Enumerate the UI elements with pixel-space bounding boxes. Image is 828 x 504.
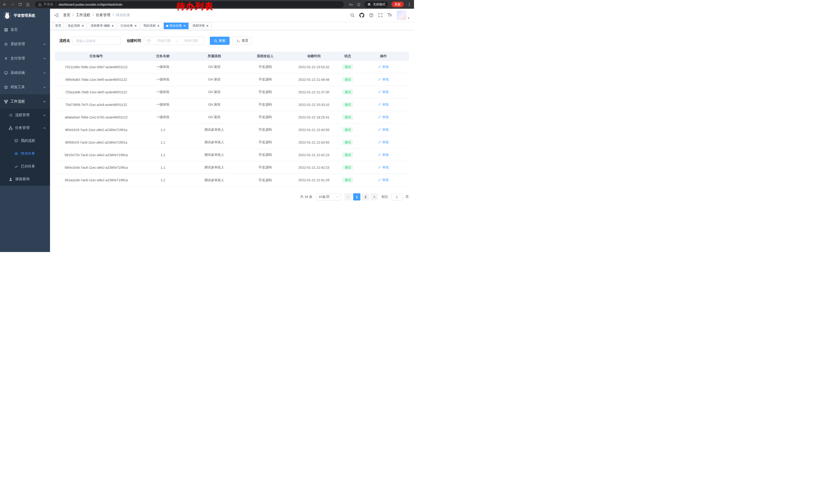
starter-text: 芋道源码 <box>258 140 272 144</box>
sidebar-item-infrastructure[interactable]: 基础设施 <box>0 65 50 80</box>
sidebar-item-system-mgmt[interactable]: 系统管理 <box>0 37 50 51</box>
refresh-icon[interactable] <box>18 2 22 7</box>
close-tab-icon[interactable] <box>183 25 186 27</box>
navbar: 首页 工作流程 任务管理 待办任务 <box>50 9 414 21</box>
tab-my-process[interactable]: 我的流程 <box>141 22 162 29</box>
table-row[interactable]: 725a1eb6-7b88-11ec-8ef0-acde48001122 一级审… <box>55 86 409 98</box>
user-menu[interactable] <box>397 10 410 20</box>
bookmark-star-icon[interactable] <box>357 2 361 7</box>
date-range-picker[interactable]: 开始日期 - 结束日期 <box>144 37 205 45</box>
status-badge: 激活 <box>342 114 353 120</box>
breadcrumb-home[interactable]: 首页 <box>63 13 76 17</box>
process-text: 测试多审批人 <box>204 140 224 144</box>
table-row[interactable]: 069c6a63-7b8a-11ec-8ef0-acde48001122 一级审… <box>55 73 409 86</box>
prev-page-button[interactable] <box>344 193 352 200</box>
breadcrumb-workflow[interactable]: 工作流程 <box>76 13 96 17</box>
password-key-icon[interactable] <box>349 2 353 7</box>
tab-process-detail[interactable]: 流程详情 <box>190 22 211 29</box>
task-name-text: 1.1 <box>161 166 165 170</box>
table-row[interactable]: 580e1b3d-7ac8-11ec-a9e2-a2380e71991a 1.1… <box>55 161 409 174</box>
security-label[interactable]: 不安全 <box>44 2 53 7</box>
goto-page-input[interactable] <box>391 193 403 200</box>
close-tab-icon[interactable] <box>206 25 209 27</box>
approve-link[interactable]: 审批 <box>378 178 389 182</box>
sidebar-item-workflow[interactable]: 工作流程 <box>0 94 50 109</box>
status-badge: 激活 <box>342 89 353 95</box>
github-icon[interactable] <box>359 13 364 18</box>
cell-action: 审批 <box>358 102 409 107</box>
sidebar-item-process-mgmt[interactable]: 流程管理 <box>0 109 50 122</box>
update-button[interactable]: 更新 <box>391 2 404 7</box>
reset-button[interactable]: 重置 <box>233 37 252 45</box>
sidebar-item-dev-tools[interactable]: 研发工具 <box>0 80 50 94</box>
page-button-2[interactable]: 2 <box>362 193 369 200</box>
close-tab-icon[interactable] <box>81 25 84 27</box>
home-icon[interactable] <box>26 2 30 7</box>
sidebar-item-my-process[interactable]: 我的流程 <box>0 134 50 147</box>
approve-link[interactable]: 审批 <box>378 140 389 145</box>
sidebar-item-done-task[interactable]: 已办任务 <box>0 160 50 173</box>
font-size-icon[interactable] <box>387 13 392 17</box>
address-bar[interactable]: 不安全 dashboard.yudao.iocoder.cn/bpm/task/… <box>35 1 344 8</box>
tab-done-tasks[interactable]: 已办任务 <box>118 22 139 29</box>
cell-process: OA 请假 <box>189 102 240 107</box>
sidebar-item-todo-task[interactable]: 待办任务 <box>0 147 50 160</box>
cell-starter: 芋道源码 <box>240 90 290 94</box>
approve-link[interactable]: 审批 <box>378 152 389 157</box>
create-time-label: 创建时间 <box>127 39 141 43</box>
approve-link[interactable]: 审批 <box>378 102 389 107</box>
process-text: 测试多审批人 <box>204 165 224 169</box>
table-row[interactable]: a6aba0a4-7b6d-11ec-b781-acde48001122 一级审… <box>55 111 409 124</box>
forward-icon[interactable] <box>10 2 15 7</box>
approve-link[interactable]: 审批 <box>378 90 389 94</box>
url-text[interactable]: dashboard.yudao.iocoder.cn/bpm/task/todo <box>59 3 123 6</box>
next-page-button[interactable] <box>371 193 378 200</box>
task-table: 任务编号 任务名称 所属流程 流程发起人 创建时间 状态 操作 73211d9d… <box>55 52 409 187</box>
sidebar-item-home[interactable]: 首页 <box>0 22 50 37</box>
close-tab-icon[interactable] <box>134 25 137 27</box>
avatar[interactable] <box>397 10 406 20</box>
tab-todo-tasks[interactable]: 待办任务 <box>164 22 189 29</box>
sidebar: 芋道管理系统 首页 系统管理 ¥ 支付管理 基础设施 <box>0 9 50 252</box>
breadcrumb-task-mgmt[interactable]: 任务管理 <box>96 13 116 17</box>
incognito-label: 无痕模式 <box>373 2 385 7</box>
back-icon[interactable] <box>3 2 7 7</box>
tab-start-process[interactable]: 发起流程 <box>65 22 87 29</box>
approve-link[interactable]: 审批 <box>378 77 389 82</box>
end-date-placeholder[interactable]: 结束日期 <box>180 39 202 43</box>
sidebar-item-payment-mgmt[interactable]: ¥ 支付管理 <box>0 51 50 65</box>
sidebar-item-leave-query[interactable]: 请假查询 <box>0 173 50 186</box>
sidebar-fold-icon[interactable] <box>54 13 59 17</box>
sidebar-item-task-mgmt[interactable]: 任务管理 <box>0 122 50 134</box>
search-icon[interactable] <box>350 13 355 17</box>
table-row[interactable]: 75d72608-7b7f-11ec-a3c8-acde48001122 一级审… <box>55 98 409 111</box>
approve-link[interactable]: 审批 <box>378 64 389 69</box>
table-row[interactable]: 381aa1dd-7ac8-11ec-a9e2-a2380e71991a 1.2… <box>55 174 409 186</box>
table-row[interactable]: 58154733-7ac8-11ec-a9e2-a2380e71991a 1.2… <box>55 149 409 161</box>
process-name-input[interactable] <box>73 37 121 45</box>
search-button[interactable]: 搜索 <box>210 37 230 45</box>
fullscreen-icon[interactable] <box>378 13 382 17</box>
cell-process: 测试多审批人 <box>189 165 240 170</box>
cell-task-name: 1.2 <box>137 178 189 182</box>
approve-link[interactable]: 审批 <box>378 165 389 170</box>
page-button-1[interactable]: 1 <box>353 193 360 200</box>
tab-form-edit[interactable]: 流程表单-编辑 <box>88 22 117 29</box>
page-size-select[interactable]: 10条/页 <box>316 193 341 200</box>
table-row[interactable]: 8f0d1619-7ac8-11ec-a9e2-a2380e71991a 1.2… <box>55 124 409 136</box>
status-badge: 激活 <box>342 102 353 107</box>
starter-text: 芋道源码 <box>258 102 272 106</box>
task-id-text: 725a1eb6-7b88-11ec-8ef0-acde48001122 <box>65 90 127 94</box>
close-tab-icon[interactable] <box>157 25 160 27</box>
menu-kebab-icon[interactable] <box>407 2 411 7</box>
table-row[interactable]: 8f059c03-7ac8-11ec-a9e2-a2380e71991a 1.1… <box>55 136 409 149</box>
app-logo[interactable]: 芋道管理系统 <box>0 9 50 22</box>
start-date-placeholder[interactable]: 开始日期 <box>153 39 174 43</box>
approve-link[interactable]: 审批 <box>378 127 389 132</box>
help-icon[interactable] <box>369 13 373 17</box>
approve-link[interactable]: 审批 <box>378 115 389 120</box>
tab-home[interactable]: 首页 <box>52 22 64 29</box>
close-tab-icon[interactable] <box>111 25 114 27</box>
table-row[interactable]: 73211d9d-7b9b-11ec-b5b7-acde48001122 一级审… <box>55 61 409 73</box>
tab-label: 首页 <box>55 24 61 28</box>
